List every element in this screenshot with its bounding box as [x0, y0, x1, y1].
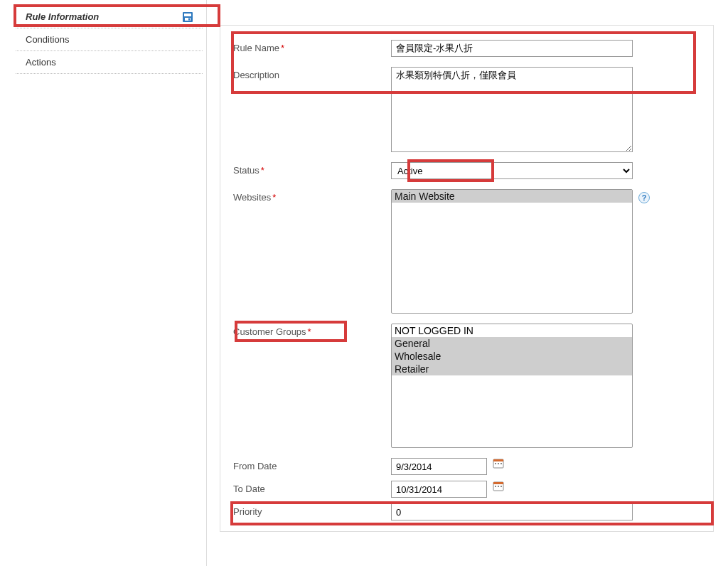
customer-groups-multiselect[interactable]: NOT LOGGED INGeneralWholesaleRetailer	[391, 324, 633, 448]
svg-rect-9	[498, 463, 499, 464]
svg-rect-15	[500, 486, 502, 487]
sidebar-tabs: Rule Information Conditions Actions	[0, 0, 206, 566]
to-date-input[interactable]	[391, 481, 487, 498]
svg-rect-14	[498, 486, 499, 487]
svg-rect-13	[495, 486, 496, 487]
sidebar-item-actions[interactable]: Actions	[16, 51, 203, 74]
save-icon[interactable]	[183, 12, 193, 22]
customer-groups-label: Customer Groups*	[233, 324, 391, 337]
from-date-label: From Date	[233, 458, 391, 471]
sidebar-item-label: Actions	[26, 57, 56, 68]
sidebar-item-label: Conditions	[26, 34, 69, 45]
from-date-input[interactable]	[391, 458, 487, 475]
sidebar-item-conditions[interactable]: Conditions	[16, 28, 203, 51]
websites-multiselect[interactable]: Main Website	[391, 189, 633, 314]
websites-label: Websites*	[233, 189, 391, 203]
help-icon[interactable]: ?	[638, 192, 650, 205]
svg-rect-12	[493, 482, 503, 484]
sidebar-item-label: Rule Information	[26, 11, 99, 22]
svg-rect-8	[495, 463, 496, 464]
to-date-label: To Date	[233, 481, 391, 494]
description-textarea[interactable]	[391, 67, 633, 152]
svg-text:?: ?	[642, 193, 647, 202]
priority-input[interactable]	[391, 503, 633, 520]
status-label: Status*	[233, 162, 391, 176]
sidebar-item-rule-information[interactable]: Rule Information	[16, 6, 203, 28]
status-select[interactable]: ActiveInactive	[391, 162, 633, 179]
rule-name-label: Rule Name*	[233, 40, 391, 53]
rule-name-input[interactable]	[391, 40, 633, 57]
description-label: Description	[233, 67, 391, 80]
main-panel: Rule Name* Description Status* ActiveIna…	[206, 0, 728, 566]
svg-rect-1	[184, 14, 191, 16]
priority-label: Priority	[233, 503, 391, 517]
svg-rect-3	[188, 18, 190, 20]
calendar-icon[interactable]	[493, 481, 504, 494]
calendar-icon[interactable]	[493, 458, 504, 471]
svg-rect-10	[500, 463, 502, 464]
svg-rect-7	[493, 459, 503, 461]
form-panel: Rule Name* Description Status* ActiveIna…	[220, 25, 714, 532]
